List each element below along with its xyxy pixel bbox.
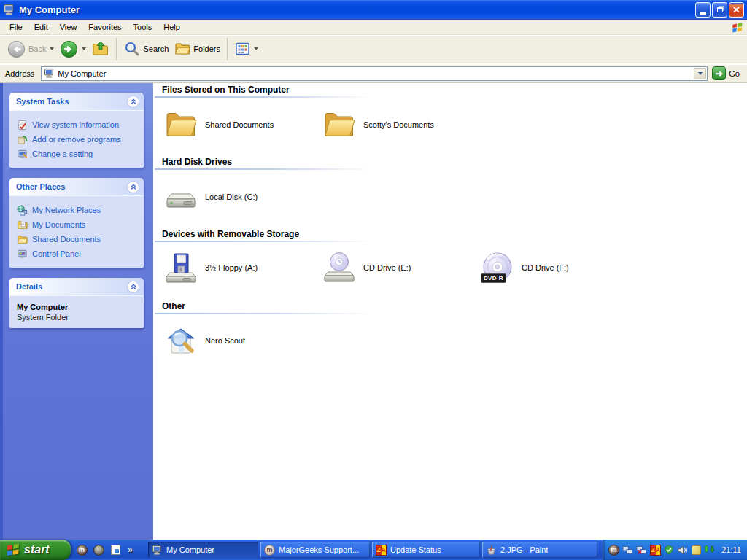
menu-help[interactable]: Help (158, 21, 186, 33)
browser-swirl-icon[interactable] (93, 544, 104, 556)
system-tasks-title: System Tasks (16, 97, 69, 106)
group-header: Devices with Removable Storage (162, 229, 299, 239)
network-activity-icon[interactable] (704, 544, 715, 556)
other-places-header[interactable]: Other Places (9, 178, 144, 195)
my-network-places-link[interactable]: My Network Places (17, 203, 138, 217)
maxthon-letter: m (77, 545, 88, 556)
address-dropdown-button[interactable] (694, 68, 706, 79)
quick-launch-overflow-button[interactable]: » (126, 545, 133, 555)
views-button[interactable] (232, 40, 261, 58)
taskbar: start m » My Computer m MajorGeeks Suppo… (0, 540, 747, 560)
details-header[interactable]: Details (9, 278, 144, 295)
item-label: 3½ Floppy (A:) (205, 263, 258, 272)
dvd-disc-icon: DVD-R (480, 250, 515, 285)
add-remove-programs-link[interactable]: Add or remove programs (17, 132, 138, 147)
address-label: Address (3, 69, 41, 78)
back-arrow-icon (7, 40, 26, 58)
forward-button[interactable] (57, 39, 89, 60)
close-icon: ✕ (732, 5, 740, 15)
network-glyph (622, 545, 633, 556)
collapse-button[interactable] (127, 281, 139, 293)
link-label: View system information (32, 120, 119, 129)
control-panel-link[interactable]: Control Panel (17, 246, 138, 261)
show-desktop-icon[interactable] (109, 544, 121, 556)
chevron-down-icon (698, 72, 703, 75)
link-label: Control Panel (32, 249, 81, 258)
network-disconnected-icon[interactable] (636, 544, 647, 556)
folders-button[interactable]: Folders (171, 39, 223, 58)
view-system-information-link[interactable]: View system information (17, 117, 138, 132)
address-bar: Address My Computer ➜ Go (0, 64, 747, 83)
shield-glyph (664, 545, 674, 555)
volume-icon[interactable] (677, 544, 688, 556)
menu-tools[interactable]: Tools (128, 21, 158, 33)
item-cd-drive-f[interactable]: DVD-R CD Drive (F:) (480, 248, 635, 287)
zonealarm-icon[interactable]: Z A (650, 544, 661, 556)
speaker-glyph (677, 545, 688, 556)
system-tasks-body: View system information Add or remove pr… (9, 110, 144, 168)
network-icon[interactable] (622, 544, 633, 556)
chevron-up-icon (129, 282, 138, 291)
change-a-setting-link[interactable]: Change a setting (17, 147, 138, 161)
collapse-button[interactable] (127, 96, 139, 108)
close-button[interactable]: ✕ (729, 2, 744, 18)
taskbar-button-update-status[interactable]: Z A Update Status (372, 542, 480, 558)
group-header: Hard Disk Drives (162, 157, 232, 167)
my-documents-link[interactable]: My Documents (17, 217, 138, 232)
swirl-glyph (93, 545, 104, 556)
menu-favorites[interactable]: Favorites (82, 21, 127, 33)
minimize-button[interactable] (695, 2, 711, 18)
explorer-main: System Tasks (0, 83, 747, 540)
link-label: Shared Documents (32, 235, 101, 244)
item-cd-drive-e[interactable]: CD Drive (E:) (322, 248, 476, 287)
item-local-disk-c[interactable]: Local Disk (C:) (163, 177, 318, 217)
my-computer-icon (152, 545, 163, 556)
title-bar: My Computer ✕ (0, 0, 747, 20)
removable-media-icon[interactable] (691, 544, 701, 556)
folders-label: Folders (193, 44, 220, 53)
windows-flag-icon (6, 542, 20, 557)
system-tasks-header[interactable]: System Tasks (9, 93, 144, 110)
navigation-toolbar: Back (0, 35, 747, 63)
details-item-name: My Computer (17, 303, 138, 311)
shared-documents-link[interactable]: Shared Documents (17, 232, 138, 246)
item-floppy-a[interactable]: 3½ Floppy (A:) (163, 248, 318, 287)
item-scottys-documents[interactable]: Scotty's Documents (322, 105, 476, 144)
address-input[interactable]: My Computer (41, 66, 708, 81)
floppy-drive-icon (163, 250, 198, 285)
menu-edit[interactable]: Edit (28, 21, 54, 33)
details-item-type: System Folder (17, 313, 138, 322)
go-button[interactable]: ➜ Go (712, 66, 744, 80)
search-button[interactable]: Search (121, 39, 171, 58)
back-button[interactable]: Back (4, 39, 57, 60)
menu-file[interactable]: File (4, 21, 28, 33)
maxthon-icon[interactable]: m (76, 544, 88, 556)
collapse-button[interactable] (127, 181, 139, 193)
menu-view[interactable]: View (54, 21, 83, 33)
toolbar-separator (116, 38, 117, 60)
chevron-up-icon (129, 97, 138, 106)
item-label: Local Disk (C:) (205, 192, 258, 201)
up-button[interactable] (89, 39, 112, 59)
restore-icon (717, 7, 723, 12)
start-button[interactable]: start (0, 540, 71, 560)
folders-icon (174, 41, 190, 57)
folder-view: Files Stored on This Computer Shared Doc… (153, 83, 747, 540)
za-a: A (656, 545, 661, 555)
taskbar-button-my-computer[interactable]: My Computer (148, 542, 258, 558)
item-shared-documents[interactable]: Shared Documents (163, 105, 318, 144)
other-places-title: Other Places (16, 182, 65, 191)
taskbar-button-majorgeeks[interactable]: m MajorGeeks Support... (260, 542, 370, 558)
shield-icon[interactable] (664, 544, 674, 556)
link-label: Add or remove programs (32, 135, 121, 144)
maxthon-icon[interactable]: m (608, 544, 619, 556)
go-label: Go (729, 69, 740, 78)
taskbar-clock[interactable]: 21:11 (721, 545, 741, 554)
views-icon (235, 42, 250, 57)
item-nero-scout[interactable]: Nero Scout (163, 321, 318, 360)
restore-button[interactable] (712, 2, 727, 18)
taskbar-button-paint[interactable]: 2.JPG - Paint (482, 542, 597, 558)
details-panel: Details My Computer System Folder (9, 278, 144, 328)
folder-icon (322, 107, 357, 142)
details-title: Details (16, 282, 42, 291)
